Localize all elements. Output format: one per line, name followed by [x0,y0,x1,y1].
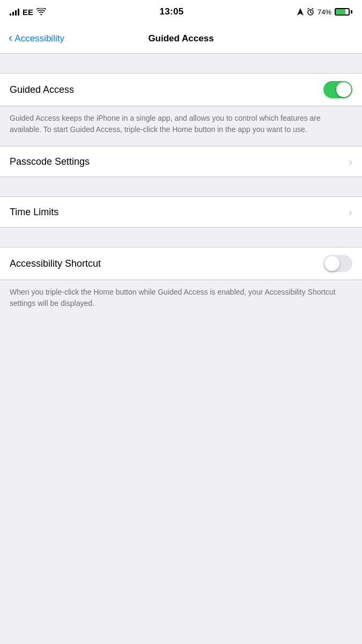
guided-access-description: Guided Access keeps the iPhone in a sing… [10,113,352,135]
carrier-label: EE [23,8,33,17]
svg-line-3 [311,12,312,13]
signal-icon [10,8,19,16]
battery-indicator [335,8,352,16]
location-icon [297,8,304,16]
accessibility-shortcut-description: When you triple-click the Home button wh… [10,287,352,309]
accessibility-shortcut-toggle[interactable] [323,255,352,272]
toggle-knob-shortcut [324,256,339,271]
mid-spacer-1 [0,177,362,196]
time-limits-row[interactable]: Time Limits › [0,197,362,227]
page-title: Guided Access [148,33,213,44]
top-spacer [0,54,362,73]
nav-bar: ‹ Accessibility Guided Access [0,24,362,54]
accessibility-shortcut-description-box: When you triple-click the Home button wh… [0,280,362,320]
content-area: Guided Access Guided Access keeps the iP… [0,54,362,483]
svg-line-5 [312,9,313,10]
accessibility-shortcut-label: Accessibility Shortcut [10,258,101,269]
guided-access-label: Guided Access [10,84,74,96]
status-bar: EE 13:05 74% [0,0,362,24]
guided-access-description-box: Guided Access keeps the iPhone in a sing… [0,106,362,146]
passcode-chevron-icon: › [349,156,352,168]
passcode-settings-label: Passcode Settings [10,156,90,167]
accessibility-shortcut-section: Accessibility Shortcut [0,247,362,280]
guided-access-row: Guided Access [0,74,362,106]
back-button[interactable]: ‹ Accessibility [9,33,64,44]
svg-line-4 [308,9,309,10]
mid-spacer-2 [0,228,362,247]
wifi-icon [36,8,46,16]
time-limits-label: Time Limits [10,207,58,218]
guided-access-section: Guided Access [0,73,362,106]
battery-percent-label: 74% [317,8,331,16]
back-label: Accessibility [14,33,64,44]
time-limits-chevron-icon: › [349,206,352,218]
status-time: 13:05 [160,6,184,17]
passcode-settings-row[interactable]: Passcode Settings › [0,147,362,177]
status-right: 74% [297,8,352,16]
passcode-settings-section: Passcode Settings › [0,146,362,177]
accessibility-shortcut-row: Accessibility Shortcut [0,247,362,280]
toggle-knob [336,82,351,97]
chevron-left-icon: ‹ [9,32,12,44]
time-limits-section: Time Limits › [0,196,362,228]
svg-marker-0 [297,8,304,16]
guided-access-toggle[interactable] [323,81,352,98]
alarm-icon [307,8,314,16]
status-left: EE [10,8,46,17]
